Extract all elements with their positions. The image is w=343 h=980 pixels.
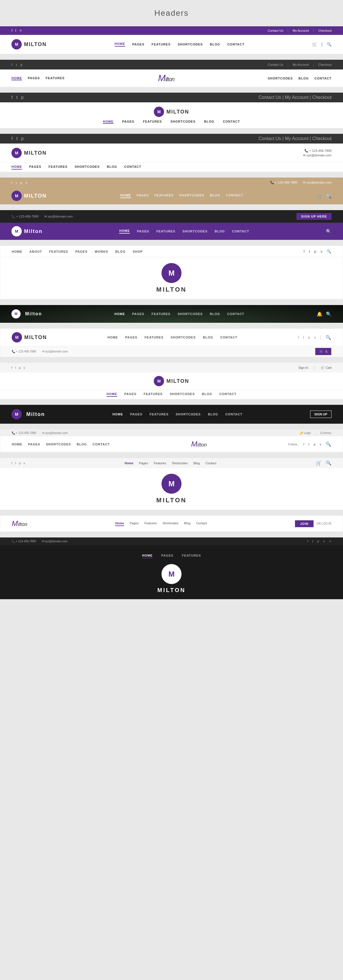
vimeo-icon[interactable]: v (24, 366, 25, 369)
nav-contact[interactable]: CONTACT (219, 392, 237, 397)
pinterest-icon[interactable]: p (317, 540, 319, 543)
nav-features[interactable]: FEATURES (151, 43, 170, 46)
notification-icon[interactable]: 🔔 (317, 311, 322, 317)
nav-features[interactable]: FEATURES (149, 412, 168, 416)
nav-blog[interactable]: BLOG (210, 194, 221, 198)
nav-home[interactable]: HOME (12, 250, 22, 253)
pinterest2-icon[interactable]: ⚛ (329, 540, 332, 543)
nav-features[interactable]: FEATURES (49, 250, 68, 253)
contact-us-link[interactable]: Contact Us (268, 63, 283, 66)
nav-blog[interactable]: BLOG (115, 250, 125, 253)
nav-shortcodes[interactable]: Shortcodes (162, 522, 178, 526)
checkout-link[interactable]: Checkout (312, 95, 332, 100)
my-account-link[interactable]: My Account (293, 63, 309, 66)
nav-pages[interactable]: PAGES (161, 554, 173, 558)
my-account-link[interactable]: My Account (293, 29, 309, 32)
nav-contact[interactable]: Contact (205, 461, 216, 465)
twitter-icon[interactable]: t (16, 136, 17, 141)
checkout-link[interactable]: Checkout (318, 63, 332, 66)
twitter-icon[interactable]: t (16, 95, 17, 100)
nav-pages[interactable]: PAGES (29, 165, 41, 170)
nav-shortcodes[interactable]: SHORTCODES (46, 442, 71, 446)
nav-blog[interactable]: Blog (184, 522, 191, 526)
nav-home[interactable]: HOME (119, 229, 130, 234)
checkout-link[interactable]: Checkout (318, 29, 332, 32)
cart-icon[interactable]: 🛒 (316, 460, 322, 466)
search-icon[interactable]: 🔍 (327, 249, 331, 254)
facebook-icon[interactable]: f (11, 63, 12, 67)
nav-features[interactable]: FEATURES (46, 76, 65, 80)
login-link[interactable]: 🔑 Login (300, 431, 311, 434)
vimeo-icon[interactable]: v (314, 336, 316, 339)
pinterest-icon[interactable]: p (19, 461, 21, 465)
nav-features[interactable]: FEATURES (143, 392, 162, 397)
pinterest-icon[interactable]: ⚛ (19, 29, 22, 33)
my-account-link[interactable]: My Account (285, 136, 309, 141)
nav-pages[interactable]: PAGES (132, 43, 145, 46)
facebook-icon[interactable]: f (11, 95, 13, 100)
search-icon[interactable]: 🔍 (326, 460, 332, 466)
nav-blog[interactable]: BLOG (107, 165, 117, 170)
nav-home[interactable]: Home (115, 522, 124, 526)
twitter-icon[interactable]: t (308, 442, 309, 446)
pinterest-icon[interactable]: p (21, 136, 24, 141)
contact-us-link[interactable]: Contact Us (259, 95, 281, 100)
nav-blog[interactable]: Blog (194, 461, 200, 465)
pinterest-icon[interactable]: p (21, 63, 22, 67)
nav-home[interactable]: HOME (106, 392, 117, 397)
facebook-icon[interactable]: f (11, 461, 12, 465)
nav-home[interactable]: HOME (114, 42, 125, 46)
facebook-icon[interactable]: f (298, 336, 299, 339)
nav-shortcodes[interactable]: Shortcodes (172, 461, 188, 465)
nav-home[interactable]: HOME (108, 336, 118, 339)
nav-home[interactable]: HOME (114, 312, 125, 316)
nav-shortcodes[interactable]: SHORTCODES (183, 229, 208, 233)
nav-pages[interactable]: PAGES (28, 442, 40, 446)
nav-works[interactable]: WORKS (95, 250, 108, 253)
nav-pages[interactable]: PAGES (130, 412, 143, 416)
pinterest-icon[interactable]: p (20, 181, 22, 185)
pinterest-icon[interactable]: p (308, 336, 310, 339)
nav-home[interactable]: HOME (120, 194, 131, 198)
facebook-icon[interactable]: f (11, 136, 13, 141)
nav-shop[interactable]: SHOP (133, 250, 143, 253)
facebook-icon[interactable]: f (11, 29, 12, 33)
twitter-icon[interactable]: t (15, 366, 16, 369)
my-account-link[interactable]: My Account (285, 95, 309, 100)
nav-features[interactable]: FEATURES (143, 120, 162, 124)
nav-features[interactable]: FEATURES (151, 312, 170, 316)
twitter-icon[interactable]: t (16, 181, 17, 185)
search-icon[interactable]: 🔍 (326, 311, 332, 317)
nav-contact[interactable]: CONTACT (93, 442, 110, 446)
twitter-icon[interactable]: t (313, 540, 313, 543)
nav-blog[interactable]: BLOG (202, 392, 212, 397)
search-icon[interactable]: 🔍 (327, 42, 332, 46)
nav-contact[interactable]: CONTACT (225, 412, 242, 416)
twitter-icon[interactable]: t (309, 249, 310, 254)
facebook-icon[interactable]: f (303, 249, 305, 254)
nav-blog[interactable]: BLOG (299, 76, 309, 80)
twitter-icon[interactable]: t (303, 336, 304, 339)
facebook-icon[interactable]: f (11, 366, 12, 369)
nav-blog[interactable]: BLOG (210, 43, 220, 46)
nav-home[interactable]: Home (125, 461, 133, 465)
checkout-link[interactable]: Checkout (312, 136, 332, 141)
search-icon[interactable]: 🔍 (326, 193, 332, 199)
nav-blog[interactable]: BLOG (76, 442, 87, 446)
nav-contact[interactable]: CONTACT (223, 120, 240, 124)
pinterest-icon[interactable]: p (21, 95, 24, 100)
nav-features[interactable]: FEATURES (182, 554, 201, 558)
nav-pages[interactable]: PAGES (122, 120, 134, 124)
nav-blog[interactable]: BLOG (208, 412, 218, 416)
nav-pages[interactable]: PAGES (125, 336, 138, 339)
pinterest-icon[interactable]: p (314, 249, 316, 254)
contact-us-link[interactable]: Contact Us (259, 136, 281, 141)
nav-features[interactable]: FEATURES (49, 165, 67, 170)
nav-contact[interactable]: CONTACT (232, 229, 249, 233)
nav-shortcodes[interactable]: SHORTCODES (170, 120, 195, 124)
nav-home[interactable]: HOME (12, 442, 22, 446)
nav-contact[interactable]: CONTACT (227, 43, 245, 46)
nav-pages[interactable]: PAGES (28, 76, 40, 80)
header9-cart-btn[interactable]: 🛒 5 (315, 348, 331, 355)
nav-shortcodes[interactable]: SHORTCODES (178, 312, 203, 316)
